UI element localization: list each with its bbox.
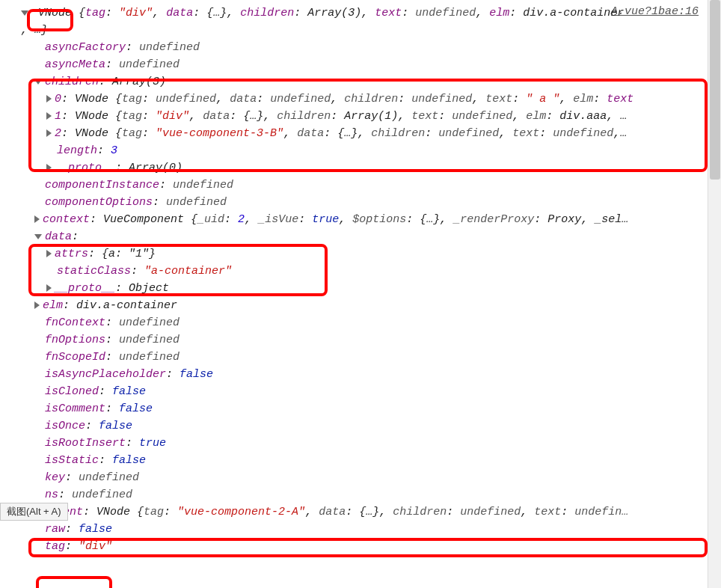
prop-isCloned[interactable]: isCloned: false: [0, 383, 721, 400]
disclosure-triangle-icon[interactable]: [21, 10, 28, 16]
class-name: VNode: [38, 7, 72, 19]
disclosure-triangle-icon[interactable]: [46, 250, 52, 257]
disclosure-triangle-icon[interactable]: [46, 284, 52, 292]
disclosure-triangle-icon[interactable]: [46, 95, 52, 102]
children-proto[interactable]: __proto__: Array(0): [0, 159, 721, 177]
child-2[interactable]: 2: VNode {tag: "vue-component-3-B", data…: [0, 125, 721, 142]
disclosure-triangle-icon[interactable]: [46, 164, 52, 171]
prop-fnOptions[interactable]: fnOptions: undefined: [0, 331, 721, 349]
prop-isOnce[interactable]: isOnce: false: [0, 417, 721, 435]
disclosure-triangle-icon[interactable]: [34, 215, 40, 223]
vertical-scrollbar[interactable]: [708, 0, 721, 588]
children-length: length: 3: [0, 142, 721, 159]
object-header[interactable]: VNode {tag: "div", data: {…}, children: …: [0, 4, 721, 22]
prop-fnContext[interactable]: fnContext: undefined: [0, 314, 721, 331]
prop-isRootInsert[interactable]: isRootInsert: true: [0, 435, 721, 452]
prop-data[interactable]: data:: [0, 228, 721, 245]
prop-asyncMeta[interactable]: asyncMeta: undefined: [0, 56, 721, 73]
data-proto[interactable]: __proto__: Object: [0, 280, 721, 297]
prop-children[interactable]: children: Array(3): [0, 73, 721, 91]
prop-isAsyncPlaceholder[interactable]: isAsyncPlaceholder: false: [0, 366, 721, 383]
child-1[interactable]: 1: VNode {tag: "div", data: {…}, childre…: [0, 108, 721, 125]
highlight-box: [36, 576, 112, 588]
prop-key[interactable]: key: undefined: [0, 469, 721, 486]
prop-elm[interactable]: elm: div.a-container: [0, 297, 721, 314]
prop-componentOptions[interactable]: componentOptions: undefined: [0, 194, 721, 211]
scrollbar-thumb[interactable]: [710, 0, 720, 180]
disclosure-triangle-icon[interactable]: [46, 129, 52, 137]
child-0[interactable]: 0: VNode {tag: undefined, data: undefine…: [0, 91, 721, 108]
prop-fnScopeId[interactable]: fnScopeId: undefined: [0, 349, 721, 366]
header-trail: , …}: [0, 22, 721, 39]
console-object-tree: A.vue?1bae:16 VNode {tag: "div", data: {…: [0, 0, 721, 555]
data-staticClass[interactable]: staticClass: "a-container": [0, 263, 721, 280]
prop-asyncFactory[interactable]: asyncFactory: undefined: [0, 39, 721, 56]
disclosure-triangle-icon[interactable]: [34, 234, 42, 239]
data-attrs[interactable]: attrs: {a: "1"}: [0, 245, 721, 263]
prop-tag[interactable]: tag: "div": [0, 538, 721, 555]
disclosure-triangle-icon[interactable]: [46, 112, 52, 120]
prop-parent[interactable]: parent: VNode {tag: "vue-component-2-A",…: [0, 503, 721, 521]
prop-isComment[interactable]: isComment: false: [0, 400, 721, 417]
prop-isStatic[interactable]: isStatic: false: [0, 452, 721, 469]
screenshot-tooltip: 截图(Alt + A): [0, 503, 68, 521]
prop-ns[interactable]: ns: undefined: [0, 486, 721, 503]
disclosure-triangle-icon[interactable]: [34, 301, 40, 309]
prop-context[interactable]: context: VueComponent {_uid: 2, _isVue: …: [0, 211, 721, 228]
prop-componentInstance[interactable]: componentInstance: undefined: [0, 177, 721, 194]
prop-raw[interactable]: raw: false: [0, 521, 721, 538]
disclosure-triangle-icon[interactable]: [34, 79, 42, 85]
